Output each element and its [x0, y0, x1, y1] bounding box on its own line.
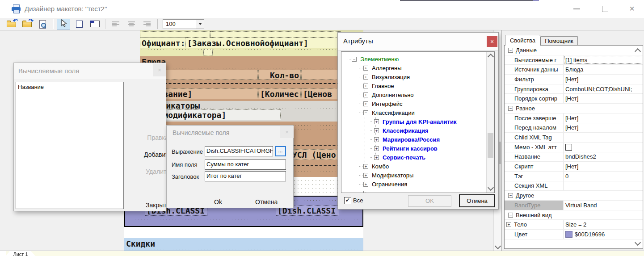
prop-row[interactable]: После заверше[Нет]	[505, 113, 643, 123]
insert-memo-button[interactable]	[72, 19, 86, 29]
scroll-down-icon[interactable]	[488, 185, 494, 191]
prop-value[interactable]: [Нет]	[564, 75, 643, 84]
prop-row[interactable]: Перед началом[Нет]	[505, 123, 643, 133]
prop-row[interactable]: Порядок сортир[Нет]	[505, 94, 643, 104]
prop-value[interactable]: Блюда	[564, 65, 643, 74]
cancel-button[interactable]: Отмена	[459, 194, 495, 207]
band-discounts-blue[interactable]: Скидки	[124, 238, 363, 251]
prop-value[interactable]: bndDishes2	[564, 152, 643, 162]
prop-row[interactable]: НазваниеbndDishes2	[505, 152, 643, 162]
tree-item[interactable]: +Группы для KPI-аналитик	[341, 117, 484, 126]
ok-button[interactable]: OK	[408, 195, 451, 207]
prop-value[interactable]: [Нет]	[564, 94, 643, 103]
prop-value[interactable]: [Нет]	[564, 123, 643, 133]
prop-row[interactable]: −Другое	[505, 191, 643, 201]
close-icon[interactable]: ×	[487, 36, 497, 47]
band-dishes-tan[interactable]: Блюда Кол-во [Название] [Количес [Ценов	[140, 56, 363, 101]
all-checkbox[interactable]: ✓	[344, 197, 351, 204]
calc-fields-listbox[interactable]: Название	[16, 82, 124, 209]
tree-item[interactable]: +Комбо	[341, 162, 484, 171]
scrollbar-thumb[interactable]	[488, 133, 493, 158]
ok-button[interactable]: Ok	[214, 198, 222, 206]
align-center-button[interactable]	[125, 19, 138, 29]
save-report-button[interactable]: ↷	[20, 19, 34, 29]
prop-value[interactable]: Size = 2	[564, 220, 643, 229]
tree-item[interactable]: +Маркировка/Россия	[341, 135, 484, 144]
sheet-tab[interactable]: Лист 1	[5, 251, 36, 256]
scroll-up-icon[interactable]	[488, 54, 494, 60]
insert-band-button[interactable]	[88, 19, 101, 29]
tree-toggle-icon[interactable]: +	[374, 128, 379, 133]
prop-value[interactable]	[564, 181, 643, 191]
tree-toggle-icon[interactable]: +	[363, 182, 368, 187]
tree-item[interactable]: +Рейтинги кассиров	[341, 144, 484, 153]
tree-toggle-icon[interactable]: +	[363, 191, 368, 193]
caption-input[interactable]: Итог по катег	[205, 171, 286, 181]
collapse-icon[interactable]: −	[508, 213, 513, 218]
tree-item[interactable]: −Классификации	[341, 108, 484, 117]
prop-value[interactable]: ComboUNI;COT;DishUNI;	[564, 84, 643, 94]
prop-value[interactable]: Virtual Band	[564, 201, 643, 210]
tree-toggle-icon[interactable]: +	[374, 119, 379, 124]
tree-toggle-icon[interactable]: +	[374, 146, 379, 151]
prop-value[interactable]: [Нет]	[564, 113, 643, 123]
report-cell-qty-field[interactable]: [Количес	[258, 88, 301, 99]
tree-toggle-icon[interactable]: +	[363, 92, 368, 97]
scroll-down-icon[interactable]	[495, 243, 501, 249]
prop-value[interactable]: $00D19696	[564, 230, 643, 239]
prop-row[interactable]: −Внешний вид	[505, 210, 643, 220]
prop-row[interactable]: Тэг0	[505, 172, 643, 181]
attributes-treebox[interactable]: −Элементменю+Аллергены+Визуализация+Глав…	[341, 51, 495, 193]
prop-row[interactable]: ГруппировкаComboUNI;COT;DishUNI;	[505, 84, 643, 94]
align-right-button[interactable]	[140, 19, 154, 29]
prop-row[interactable]: −Разное	[505, 104, 643, 113]
select-cursor-button[interactable]	[57, 19, 70, 29]
expand-icon[interactable]: +	[506, 222, 511, 227]
tree-item[interactable]: +Сервис-печать	[341, 153, 484, 162]
prop-checkbox[interactable]	[565, 144, 572, 151]
tree-item[interactable]: +Модификаторы	[341, 171, 484, 180]
minimize-icon[interactable]	[573, 8, 580, 9]
tree-item[interactable]: +Аллергены	[341, 63, 484, 72]
collapse-icon[interactable]: −	[508, 48, 513, 53]
tab-helper[interactable]: Помощник	[540, 36, 578, 46]
prop-value[interactable]: [Нет]	[564, 162, 643, 171]
prop-row[interactable]: Фильтр[Нет]	[505, 75, 643, 84]
tab-properties[interactable]: Свойства	[505, 35, 540, 46]
close-icon[interactable]: ×	[280, 126, 294, 138]
prop-row[interactable]: Вычисляемые г[1] items	[505, 55, 643, 65]
close-icon[interactable]: ×	[153, 63, 166, 76]
tree-item[interactable]: +Интерфейс	[341, 99, 484, 108]
zoom-dropdown-button[interactable]	[196, 20, 204, 29]
prop-row[interactable]: Child XML Tag	[505, 133, 643, 143]
report-cell-waiter-label[interactable]: Официант:	[140, 38, 186, 48]
tree-toggle-icon[interactable]: −	[352, 57, 357, 62]
tree-toggle-icon[interactable]: −	[363, 110, 368, 115]
maximize-icon[interactable]	[602, 6, 608, 12]
property-grid[interactable]: −ДанныеВычисляемые г[1] itemsИсточник да…	[504, 45, 643, 249]
tree-item[interactable]: +Главное	[341, 81, 484, 90]
report-cell-waiter-field[interactable]: [Заказы.Основнойофициант]	[185, 38, 341, 48]
prop-row[interactable]: +ТелоSize = 2	[505, 220, 643, 230]
prop-row[interactable]: Секция XML	[505, 181, 643, 191]
report-cell[interactable]	[140, 31, 210, 38]
zoom-combobox[interactable]: 100	[163, 19, 204, 29]
prop-row[interactable]: Цвет$00D19696	[505, 230, 643, 239]
report-cell[interactable]	[210, 31, 341, 38]
tree-item[interactable]: +	[341, 189, 484, 193]
tree-item[interactable]: +Ограничения	[341, 180, 484, 189]
browse-button[interactable]: ...	[275, 146, 286, 156]
prop-row[interactable]: BandTypeVirtual Band	[505, 201, 643, 210]
tree-toggle-icon[interactable]: +	[374, 155, 379, 160]
tree-item[interactable]: −Элементменю	[341, 55, 484, 63]
prop-value[interactable]	[564, 143, 643, 152]
expression-input[interactable]: Dish.CLASSIFICATORGF	[205, 146, 273, 156]
tree-item[interactable]: +Дополнительно	[341, 90, 484, 99]
tree-toggle-icon[interactable]: +	[363, 84, 368, 88]
align-left-button[interactable]	[109, 19, 122, 29]
scroll-down-icon[interactable]	[635, 239, 641, 246]
cancel-button[interactable]: Отмена	[255, 198, 278, 206]
band-modifiers-gray[interactable]: Модификаторы [Имямодификатора]	[140, 101, 363, 122]
band-header-yellow[interactable]: Официант: [Заказы.Основнойофициант]	[140, 30, 363, 56]
print-preview-button[interactable]	[36, 19, 49, 29]
